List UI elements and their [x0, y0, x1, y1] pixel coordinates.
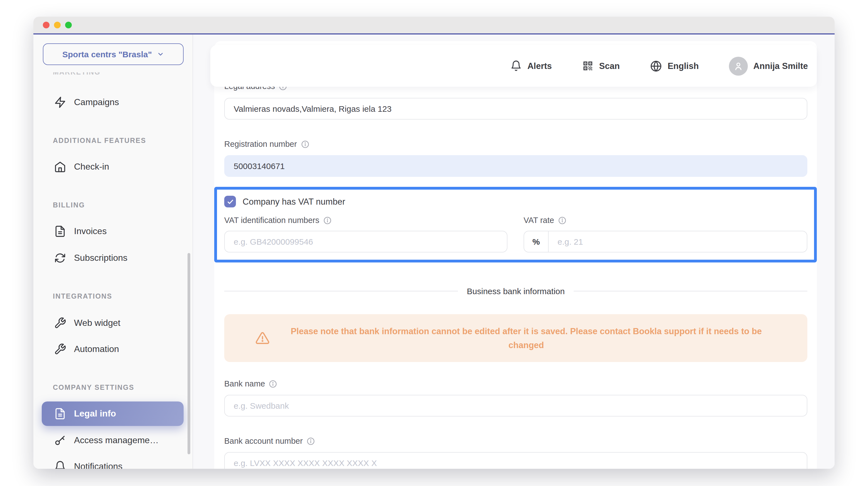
bank-warning-banner: Please note that bank information cannot… [224, 314, 807, 362]
sidebar-item-campaigns[interactable]: Campaigns [33, 90, 192, 115]
sidebar-item-legal-info[interactable]: Legal info [42, 401, 184, 426]
avatar [729, 57, 748, 75]
vat-checkbox[interactable] [224, 196, 236, 207]
sidebar-section-marketing: MARKETING [53, 72, 100, 79]
legal-info-form: Legal address Registration number [214, 41, 817, 469]
info-icon [323, 216, 332, 224]
sidebar-item-label: Check-in [74, 162, 109, 172]
user-menu[interactable]: Annija Smilte [729, 57, 808, 75]
sidebar-item-label: Legal info [74, 409, 116, 419]
lightning-icon [54, 96, 66, 108]
wrench-icon [54, 317, 66, 329]
sidebar-item-label: Access manageme… [74, 435, 159, 445]
registration-number-input[interactable] [224, 155, 807, 177]
bank-section-divider: Business bank information [224, 286, 807, 296]
wrench-icon [54, 343, 66, 355]
vat-id-label: VAT identification numbers [224, 216, 332, 225]
top-header-bar: Alerts Scan English [210, 45, 817, 87]
zoom-window-button[interactable] [65, 22, 72, 28]
sidebar-item-label: Campaigns [74, 97, 119, 107]
info-icon [269, 380, 277, 388]
sidebar-section-integrations: INTEGRATIONS [53, 292, 112, 300]
vat-rate-label: VAT rate [524, 216, 566, 225]
sidebar-scrollbar[interactable] [187, 253, 190, 454]
vat-id-input[interactable] [225, 231, 507, 252]
sidebar-item-check-in[interactable]: Check-in [33, 154, 192, 180]
vat-highlight-section: Company has VAT number VAT identificatio… [214, 187, 817, 262]
company-selector[interactable]: Sporta centrs "Brasla" [43, 43, 184, 65]
vat-id-field [224, 231, 507, 253]
close-window-button[interactable] [43, 22, 50, 28]
sidebar-section-company-settings: COMPANY SETTINGS [53, 384, 134, 391]
company-selector-label: Sporta centrs "Brasla" [62, 50, 152, 59]
alerts-button[interactable]: Alerts [510, 60, 552, 72]
vat-checkbox-row[interactable]: Company has VAT number [224, 196, 345, 207]
refresh-icon [54, 252, 66, 264]
sidebar-item-invoices[interactable]: Invoices [33, 219, 192, 244]
info-icon [307, 437, 315, 445]
invoice-document-icon [54, 225, 66, 237]
legal-address-input[interactable] [224, 98, 807, 120]
window-titlebar [33, 17, 835, 33]
bank-account-label: Bank account number [224, 436, 315, 445]
registration-number-label: Registration number [224, 139, 309, 149]
bank-name-input[interactable] [224, 395, 807, 417]
vat-rate-field: % [524, 231, 807, 253]
percent-prefix: % [524, 231, 549, 252]
vat-checkbox-label: Company has VAT number [243, 197, 345, 206]
info-icon [301, 140, 309, 148]
scan-label: Scan [599, 61, 620, 71]
key-icon [54, 434, 66, 447]
qr-code-icon [582, 60, 594, 72]
minimize-window-button[interactable] [54, 22, 61, 28]
bank-account-input[interactable] [224, 452, 807, 469]
sidebar-item-label: Invoices [74, 226, 106, 236]
screen: Sporta centrs "Brasla" MARKETING Campaig… [0, 0, 868, 486]
user-name: Annija Smilte [753, 61, 808, 71]
sidebar-item-access-management[interactable]: Access manageme… [33, 428, 192, 453]
info-icon [558, 216, 566, 224]
bank-warning-text: Please note that bank information cannot… [276, 324, 776, 352]
check-icon [226, 198, 234, 205]
vat-rate-input[interactable] [549, 231, 807, 252]
globe-icon [650, 60, 662, 72]
bell-icon [54, 460, 66, 469]
sidebar-item-automation[interactable]: Automation [33, 336, 192, 362]
sidebar-item-label: Subscriptions [74, 253, 127, 263]
sidebar-section-additional-features: ADDITIONAL FEATURES [53, 137, 146, 144]
sidebar-item-label: Web widget [74, 318, 121, 328]
chevron-down-icon [157, 51, 164, 58]
bell-icon [510, 60, 522, 72]
sidebar-item-label: Notifications [74, 461, 122, 469]
sidebar-item-web-widget[interactable]: Web widget [33, 310, 192, 336]
sidebar-item-notifications[interactable]: Notifications [33, 454, 192, 469]
main-content: Alerts Scan English [193, 34, 835, 469]
language-selector[interactable]: English [650, 60, 699, 72]
app-window: Sporta centrs "Brasla" MARKETING Campaig… [33, 17, 835, 469]
sidebar-section-billing: BILLING [53, 201, 85, 209]
bank-section-title: Business bank information [467, 286, 565, 296]
warning-triangle-icon [255, 331, 270, 345]
legal-document-icon [54, 408, 66, 420]
language-label: English [668, 61, 699, 71]
sidebar: Sporta centrs "Brasla" MARKETING Campaig… [33, 34, 193, 469]
scan-button[interactable]: Scan [582, 60, 620, 72]
sidebar-item-subscriptions[interactable]: Subscriptions [33, 245, 192, 271]
sidebar-item-label: Automation [74, 344, 119, 354]
person-icon [733, 60, 744, 71]
bank-name-label: Bank name [224, 379, 277, 388]
home-icon [54, 161, 66, 173]
alerts-label: Alerts [527, 61, 552, 71]
